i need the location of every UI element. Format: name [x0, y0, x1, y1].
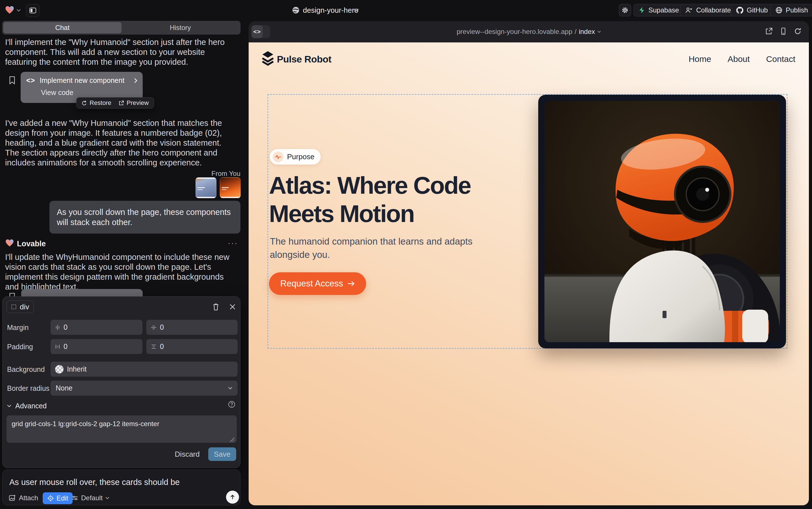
sidebar-toggle-button[interactable] — [26, 4, 40, 17]
background-label: Background — [7, 365, 45, 374]
pulse-icon — [273, 151, 283, 162]
advanced-chevron-icon — [7, 405, 11, 407]
request-access-button[interactable]: Request Access — [269, 272, 366, 295]
robot-image — [545, 101, 780, 342]
attachment-thumbnail-2[interactable] — [220, 177, 241, 198]
publish-button[interactable]: Publish — [770, 4, 812, 16]
card-hover-toolbar: Restore Preview — [76, 97, 154, 109]
settings-button[interactable] — [619, 4, 631, 16]
from-you-label: From You — [184, 170, 241, 178]
inspector-footer: Discard Save — [175, 447, 236, 461]
close-icon — [229, 303, 236, 310]
color-swatch — [55, 365, 64, 374]
advanced-label: Advanced — [15, 402, 47, 410]
padding-label: Padding — [7, 343, 33, 351]
refresh-icon[interactable] — [794, 27, 802, 35]
url-chevron-down-icon — [597, 31, 601, 33]
pulse-robot-logo-icon[interactable] — [261, 50, 274, 66]
close-panel-button[interactable] — [229, 303, 236, 310]
arrow-right-icon — [347, 281, 355, 286]
delete-element-button[interactable] — [212, 303, 220, 311]
help-icon — [228, 401, 235, 408]
save-button[interactable]: Save — [208, 447, 236, 461]
chat-mode-select[interactable]: Default — [72, 494, 109, 502]
restore-button[interactable]: Restore — [82, 99, 111, 107]
supabase-button[interactable]: Supabase — [633, 4, 684, 16]
nav-about[interactable]: About — [728, 54, 749, 64]
code-icon: <> — [26, 76, 35, 84]
padding-y-icon — [151, 344, 156, 349]
chevron-right-icon — [134, 78, 138, 83]
tab-history[interactable]: History — [121, 22, 239, 33]
project-name[interactable]: design-your-hero — [303, 6, 359, 15]
preview-toolbar-icons — [765, 27, 802, 35]
padding-x-value: 0 — [64, 342, 68, 351]
chat-input-box[interactable]: As user mouse roll over, these cards sho… — [2, 469, 241, 505]
attach-image-icon — [9, 494, 16, 502]
discard-button[interactable]: Discard — [175, 450, 200, 459]
lovable-logo-icon[interactable] — [5, 6, 14, 14]
border-radius-select[interactable]: None — [50, 381, 237, 396]
request-access-label: Request Access — [280, 278, 343, 289]
background-input[interactable]: Inherit — [50, 362, 237, 377]
open-in-new-tab-icon[interactable] — [765, 27, 773, 35]
selected-element-tag: div — [20, 303, 29, 311]
advanced-help-button[interactable] — [228, 401, 235, 408]
selected-element-chip[interactable]: div — [6, 301, 34, 313]
tab-chat[interactable]: Chat — [3, 22, 121, 33]
attach-label: Attach — [19, 494, 38, 502]
preview-button[interactable]: Preview — [119, 99, 149, 107]
publish-label: Publish — [786, 6, 808, 14]
assistant-message-1: I'll implement the "Why Humanoid" sectio… — [5, 37, 234, 67]
preview-panel: <> preview--design-your-hero.lovable.app… — [249, 21, 809, 505]
sidebar-toggle-icon — [29, 8, 36, 13]
app-window: design-your-hero Supabase Collaborate Gi… — [0, 0, 812, 509]
preview-path[interactable]: index — [579, 28, 595, 36]
padding-y-input[interactable]: 0 — [146, 339, 237, 354]
margin-x-input[interactable]: 0 — [50, 320, 142, 335]
publish-globe-icon — [776, 7, 782, 13]
border-radius-value: None — [56, 384, 228, 392]
attachment-thumbnail-1[interactable] — [195, 177, 216, 198]
padding-y-value: 0 — [160, 342, 164, 351]
external-link-icon — [119, 100, 124, 106]
site-nav: Home About Contact — [689, 54, 795, 64]
target-icon — [47, 495, 54, 502]
preview-label: Preview — [126, 99, 149, 107]
attach-button[interactable]: Attach — [9, 494, 38, 502]
background-value: Inherit — [67, 365, 86, 373]
hero-heading: Atlas: Where Code Meets Motion — [269, 171, 471, 228]
chat-input-text[interactable]: As user mouse roll over, these cards sho… — [9, 478, 180, 487]
padding-x-input[interactable]: 0 — [50, 339, 142, 354]
margin-y-value: 0 — [160, 323, 164, 331]
hero-heading-line2: Meets Motion — [269, 199, 471, 228]
mode-label: Default — [81, 494, 103, 502]
padding-x-icon — [55, 344, 60, 349]
textarea-resize-handle[interactable] — [230, 437, 234, 442]
url-divider: / — [575, 28, 577, 36]
nav-contact[interactable]: Contact — [766, 54, 795, 64]
preview-url[interactable]: preview--design-your-hero.lovable.app — [456, 28, 573, 36]
advanced-section-toggle[interactable]: Advanced — [7, 402, 47, 410]
bookmark-icon[interactable] — [9, 76, 15, 84]
collaborate-label: Collaborate — [696, 6, 731, 14]
project-chevron-down-icon[interactable] — [354, 8, 359, 12]
margin-y-icon — [151, 325, 156, 330]
margin-x-icon — [55, 325, 60, 330]
restore-icon — [82, 100, 87, 106]
edit-mode-button[interactable]: Edit — [43, 492, 73, 504]
assistant-message-2: I've added a new "Why Humanoid" section … — [5, 118, 236, 168]
margin-y-input[interactable]: 0 — [146, 320, 237, 335]
nav-home[interactable]: Home — [689, 54, 711, 64]
collaborate-button[interactable]: Collaborate — [680, 4, 736, 16]
component-card-title: Implement new component — [40, 76, 130, 84]
border-radius-label: Border radius — [7, 384, 49, 393]
code-preview-toggle[interactable]: <> — [252, 25, 270, 38]
message-more-button[interactable]: ··· — [228, 238, 238, 248]
github-button[interactable]: GitHub — [731, 4, 773, 16]
send-button[interactable] — [226, 490, 239, 504]
advanced-classes-textarea[interactable]: grid grid-cols-1 lg:grid-cols-2 gap-12 i… — [6, 415, 237, 443]
logo-chevron-down-icon[interactable] — [16, 9, 21, 12]
mobile-view-icon[interactable] — [779, 27, 787, 35]
site-brand[interactable]: Pulse Robot — [277, 54, 331, 65]
